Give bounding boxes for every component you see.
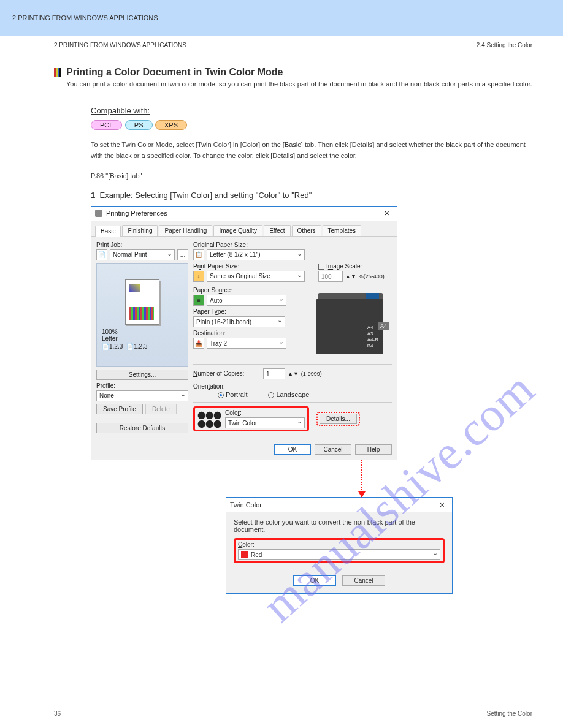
- twin-color-value: Red: [251, 552, 262, 558]
- arrow-down-icon: ↓: [193, 271, 204, 282]
- dialog-footer: OK Cancel Help: [91, 439, 397, 460]
- destination-label: Destination:: [193, 330, 297, 336]
- twin-color-highlight: Color: Red: [234, 538, 445, 563]
- print-job-select[interactable]: Normal Print: [110, 249, 175, 260]
- preview-pages-2: 1.2.3: [134, 343, 147, 350]
- orig-paper-select[interactable]: Letter (8 1/2 x 11"): [207, 249, 305, 260]
- dialog-title: Printing Preferences: [106, 210, 167, 217]
- page-header: 2 PRINTING FROM WINDOWS APPLICATIONS 2.4…: [0, 36, 563, 48]
- profile-value: None: [99, 392, 114, 399]
- compatible-label: Compatible with:: [91, 106, 532, 115]
- header-left: 2 PRINTING FROM WINDOWS APPLICATIONS: [54, 42, 186, 48]
- landscape-radio[interactable]: Landscape: [268, 391, 309, 398]
- tab-effect[interactable]: Effect: [264, 225, 290, 236]
- printjob-icon: 📄: [96, 249, 107, 260]
- image-scale-range: %(25-400): [359, 273, 385, 279]
- printer-icon: [95, 210, 102, 217]
- color-swatch-icon: [241, 551, 248, 558]
- close-icon[interactable]: ×: [381, 208, 393, 218]
- copies-input[interactable]: 1: [263, 368, 285, 379]
- tab-paper-handling[interactable]: Paper Handling: [159, 225, 212, 236]
- tab-finishing[interactable]: Finishing: [122, 225, 158, 236]
- tab-others[interactable]: Others: [292, 225, 321, 236]
- header-right: 2.4 Setting the Color: [477, 42, 532, 48]
- mfp-large-tray: A4: [378, 322, 389, 330]
- twin-body: Select the color you want to convert the…: [226, 512, 452, 569]
- delete-button[interactable]: Delete: [145, 404, 177, 414]
- destination-select[interactable]: Tray 2: [207, 338, 286, 349]
- profile-label: Profile:: [96, 382, 188, 389]
- body-text-2: P.86 "[Basic] tab": [91, 171, 532, 182]
- color-highlight: ⬤⬤⬤⬤⬤⬤ Color: Twin Color: [193, 406, 309, 431]
- body-text-1: To set the Twin Color Mode, select [Twin…: [91, 140, 532, 161]
- cancel-button[interactable]: Cancel: [315, 444, 351, 455]
- dialog-right-column: Original Paper Size: 📋 Letter (8 1/2 x 1…: [193, 241, 392, 434]
- image-scale-input[interactable]: 100: [318, 271, 343, 282]
- twin-color-dialog: Twin Color × Select the color you want t…: [226, 497, 453, 594]
- twin-instruction: Select the color you want to convert the…: [234, 518, 445, 533]
- destination-icon: 📥: [193, 338, 204, 349]
- orig-paper-icon: 📋: [193, 249, 204, 260]
- ok-button[interactable]: OK: [274, 444, 311, 455]
- pill-ps: PS: [125, 120, 153, 130]
- printing-preferences-dialog: Printing Preferences × Basic Finishing P…: [91, 206, 397, 460]
- copies-range: (1-9999): [301, 371, 322, 377]
- pill-pcl: PCL: [91, 120, 122, 130]
- orig-paper-label: Original Paper Size:: [193, 241, 392, 248]
- chapter-label: 2.PRINTING FROM WINDOWS APPLICATIONS: [12, 14, 158, 21]
- help-button[interactable]: Help: [355, 444, 392, 455]
- print-paper-select[interactable]: Same as Original Size: [207, 271, 305, 282]
- preview-paper: [125, 279, 159, 325]
- twin-color-label: Color:: [238, 541, 440, 548]
- paper-type-label: Paper Type:: [193, 308, 297, 315]
- tab-row: Basic Finishing Paper Handling Image Qua…: [91, 221, 397, 237]
- section-title-text: Printing a Color Document in Twin Color …: [66, 67, 283, 78]
- color-icon: ⬤⬤⬤⬤⬤⬤: [197, 411, 221, 428]
- tab-basic[interactable]: Basic: [95, 226, 121, 237]
- copies-label: Number of Copies:: [193, 370, 261, 377]
- pill-xps: XPS: [155, 120, 187, 130]
- step-text: Example: Selecting [Twin Color] and sett…: [99, 191, 312, 200]
- print-job-label: Print Job:: [96, 241, 188, 248]
- dialog-wrap: manualshive.com Printing Preferences × B…: [91, 206, 532, 594]
- details-button[interactable]: Details...: [320, 414, 357, 424]
- twin-title: Twin Color: [230, 501, 262, 509]
- example-step: 1 Example: Selecting [Twin Color] and se…: [91, 191, 532, 200]
- twin-close-icon[interactable]: ×: [436, 500, 448, 510]
- twin-footer: OK Cancel: [226, 569, 452, 593]
- save-profile-button[interactable]: Save Profile: [96, 404, 143, 414]
- section-icon: [54, 68, 63, 77]
- twin-ok-button[interactable]: OK: [293, 575, 336, 586]
- orig-paper-value: Letter (8 1/2 x 11"): [210, 251, 260, 258]
- preview-zoom: 100%: [102, 328, 148, 335]
- profile-select[interactable]: None: [96, 390, 188, 401]
- tab-templates[interactable]: Templates: [323, 225, 362, 236]
- preview-area: 100% Letter 📄1.2.3 📄1.2.3: [96, 263, 188, 367]
- dialog-titlebar: Printing Preferences ×: [91, 207, 397, 221]
- twin-cancel-button[interactable]: Cancel: [342, 575, 385, 586]
- section-title: Printing a Color Document in Twin Color …: [54, 67, 532, 78]
- tab-image-quality[interactable]: Image Quality: [213, 225, 262, 236]
- arrow-down-icon: [361, 460, 362, 497]
- portrait-radio[interactable]: Portrait: [218, 391, 247, 398]
- settings-button[interactable]: Settings...: [96, 370, 188, 380]
- print-paper-value: Same as Original Size: [210, 273, 270, 279]
- section-subtitle: You can print a color document in twin c…: [66, 80, 532, 88]
- printjob-more-button[interactable]: ...: [177, 249, 188, 260]
- compatible-row: Compatible with: PCL PS XPS: [91, 106, 532, 130]
- details-highlight: Details...: [316, 412, 360, 426]
- print-paper-label: Print Paper Size:: [193, 263, 310, 270]
- restore-defaults-button[interactable]: Restore Defaults: [96, 423, 188, 433]
- top-bar: 2.PRINTING FROM WINDOWS APPLICATIONS: [0, 0, 563, 36]
- paper-source-label: Paper Source:: [193, 287, 297, 294]
- print-job-value: Normal Print: [113, 251, 147, 258]
- preview-size: Letter: [102, 335, 148, 342]
- paper-type-select[interactable]: Plain (16-21lb.bond): [193, 316, 285, 327]
- image-scale-checkbox[interactable]: [318, 264, 324, 270]
- paper-source-select[interactable]: Auto: [207, 295, 286, 306]
- dialog-body: Print Job: 📄 Normal Print ... 100% Lette…: [91, 237, 397, 439]
- preview-pages-1: 1.2.3: [109, 343, 123, 350]
- content: Printing a Color Document in Twin Color …: [0, 67, 563, 631]
- twin-color-select[interactable]: Red: [238, 549, 440, 560]
- color-select[interactable]: Twin Color: [225, 417, 305, 428]
